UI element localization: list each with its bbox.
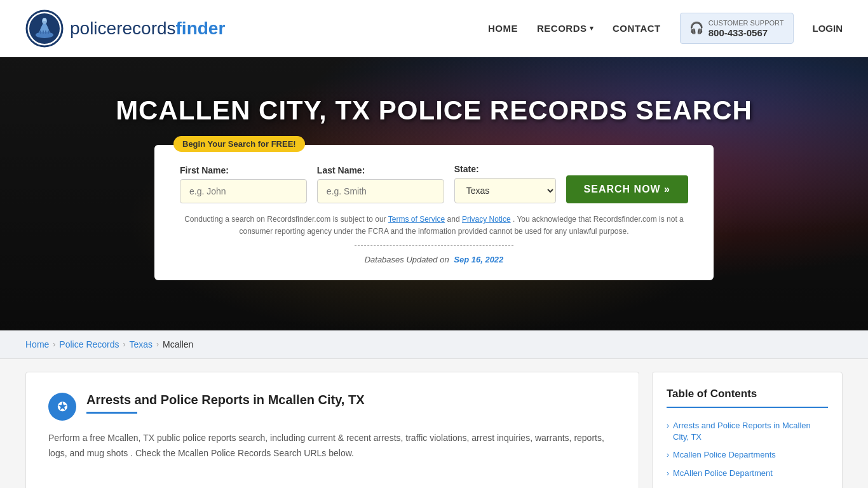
toc-list-item: ›Arrests and Police Reports in Mcallen C… xyxy=(667,417,828,446)
breadcrumb-sep-2: › xyxy=(123,340,126,349)
breadcrumb-state[interactable]: Texas xyxy=(130,339,153,349)
chevron-right-icon: › xyxy=(667,451,669,459)
first-name-input[interactable] xyxy=(180,179,307,203)
logo-area[interactable]: policerecordsfinder xyxy=(25,10,225,48)
last-name-input[interactable] xyxy=(317,179,444,203)
privacy-link[interactable]: Privacy Notice xyxy=(462,215,511,224)
state-label: State: xyxy=(454,164,556,174)
toc-list: ›Arrests and Police Reports in Mcallen C… xyxy=(667,417,828,482)
support-label: CUSTOMER SUPPORT xyxy=(709,18,784,27)
logo-icon xyxy=(25,10,64,48)
badge-icon: ✪ xyxy=(57,399,68,414)
svg-rect-9 xyxy=(48,30,49,34)
state-select[interactable]: AlabamaAlaskaArizonaArkansasCaliforniaCo… xyxy=(454,178,556,203)
search-button[interactable]: SEARCH NOW » xyxy=(566,175,688,203)
article-body: Perform a free Mcallen, TX public police… xyxy=(48,431,616,461)
breadcrumb-police-records[interactable]: Police Records xyxy=(59,339,119,349)
nav-contact[interactable]: CONTACT xyxy=(613,23,661,34)
toc-link[interactable]: McAllen Police Department xyxy=(673,468,773,479)
nav-records[interactable]: RECORDS ▾ xyxy=(537,23,593,34)
headset-icon: 🎧 xyxy=(689,21,703,35)
chevron-down-icon: ▾ xyxy=(590,24,594,32)
hero-section: MCALLEN CITY, TX POLICE RECORDS SEARCH B… xyxy=(0,57,868,330)
nav-home[interactable]: HOME xyxy=(488,23,518,34)
breadcrumb-city: Mcallen xyxy=(163,339,193,349)
search-fields: First Name: Last Name: State: AlabamaAla… xyxy=(180,164,688,203)
first-name-label: First Name: xyxy=(180,165,307,175)
divider xyxy=(355,245,513,246)
article-title: Arrests and Police Reports in Mcallen Ci… xyxy=(86,391,365,408)
breadcrumb: Home › Police Records › Texas › Mcallen xyxy=(0,330,868,359)
chevron-right-icon: › xyxy=(667,421,669,430)
article-icon: ✪ xyxy=(48,393,76,421)
svg-rect-7 xyxy=(43,30,44,34)
main-content: ✪ Arrests and Police Reports in Mcallen … xyxy=(0,359,868,488)
first-name-group: First Name: xyxy=(180,165,307,203)
nav-login[interactable]: LOGIN xyxy=(813,23,843,34)
tos-link[interactable]: Terms of Service xyxy=(388,215,445,224)
site-header: policerecordsfinder HOME RECORDS ▾ CONTA… xyxy=(0,0,868,57)
support-info: CUSTOMER SUPPORT 800-433-0567 xyxy=(709,18,784,38)
toc-link[interactable]: Mcallen Police Departments xyxy=(673,449,776,461)
toc-list-item: ›Mcallen Police Departments xyxy=(667,446,828,464)
article-header: ✪ Arrests and Police Reports in Mcallen … xyxy=(48,391,616,421)
article-title-group: Arrests and Police Reports in Mcallen Ci… xyxy=(86,391,365,414)
toc-divider xyxy=(667,407,828,408)
search-box: Begin Your Search for FREE! First Name: … xyxy=(154,145,714,280)
db-update: Databases Updated on Sep 16, 2022 xyxy=(180,255,688,264)
logo-text: policerecordsfinder xyxy=(70,18,225,39)
svg-rect-6 xyxy=(40,30,41,34)
last-name-label: Last Name: xyxy=(317,165,444,175)
main-nav: HOME RECORDS ▾ CONTACT 🎧 CUSTOMER SUPPOR… xyxy=(488,13,843,44)
article-section: ✪ Arrests and Police Reports in Mcallen … xyxy=(25,372,639,488)
toc-title: Table of Contents xyxy=(667,388,828,400)
last-name-group: Last Name: xyxy=(317,165,444,203)
svg-rect-5 xyxy=(43,18,46,21)
article-title-underline xyxy=(86,412,137,414)
state-group: State: AlabamaAlaskaArizonaArkansasCalif… xyxy=(454,164,556,203)
breadcrumb-home[interactable]: Home xyxy=(25,339,49,349)
chevron-right-icon: › xyxy=(667,469,669,478)
table-of-contents: Table of Contents ›Arrests and Police Re… xyxy=(652,372,843,488)
hero-title: MCALLEN CITY, TX POLICE RECORDS SEARCH xyxy=(90,57,778,145)
free-badge: Begin Your Search for FREE! xyxy=(173,136,305,152)
breadcrumb-sep-1: › xyxy=(53,340,55,349)
svg-rect-8 xyxy=(45,30,46,34)
customer-support-box[interactable]: 🎧 CUSTOMER SUPPORT 800-433-0567 xyxy=(680,13,794,44)
support-phone: 800-433-0567 xyxy=(709,27,784,38)
disclaimer-text: Conducting a search on Recordsfinder.com… xyxy=(180,214,688,238)
breadcrumb-sep-3: › xyxy=(156,340,159,349)
toc-link[interactable]: Arrests and Police Reports in Mcallen Ci… xyxy=(673,420,828,443)
toc-list-item: ›McAllen Police Department xyxy=(667,464,828,482)
db-update-date: Sep 16, 2022 xyxy=(454,255,503,264)
